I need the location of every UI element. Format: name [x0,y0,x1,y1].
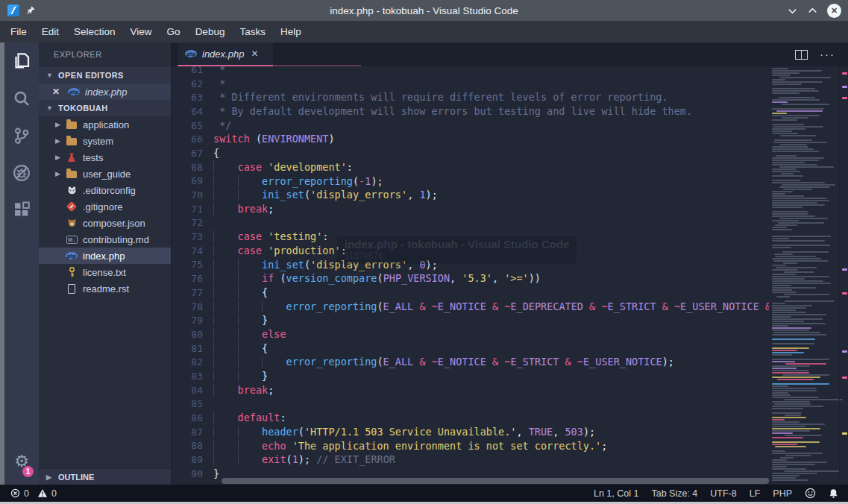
activity-extensions-icon[interactable] [4,198,39,223]
code-line: 73 case 'testing': [172,230,769,244]
menubar: FileEditSelectionViewGoDebugTasksHelp [0,21,848,42]
tree-item-index.php[interactable]: phpindex.php [39,248,171,264]
status-ln-1-col-1[interactable]: Ln 1, Col 1 [594,488,638,499]
minimap-line [772,204,825,206]
menu-debug[interactable]: Debug [188,21,233,42]
more-actions-icon[interactable]: ··· [820,51,835,58]
minimap-line [772,365,810,367]
activity-source-control-icon[interactable] [4,123,39,148]
tree-item-license.txt[interactable]: license.txt [39,264,171,280]
menu-view[interactable]: View [123,21,160,42]
status-lf[interactable]: LF [750,488,761,499]
minimap-line [772,213,808,215]
code-text: else [213,327,286,341]
code-text: ini_set('display_errors', 0); [213,258,438,272]
menu-help[interactable]: Help [273,21,309,42]
open-editor-index.php[interactable]: ✕phpindex.php [39,84,171,100]
php-icon: php [68,86,80,97]
tree-item-tests[interactable]: ▶tests [39,149,171,166]
error-icon[interactable] [10,488,20,498]
tree-item-.editorconfig[interactable]: .editorconfig [39,182,171,198]
minimap[interactable] [769,42,839,485]
code-text: * Different environments will require di… [213,90,668,104]
horizontal-scrollbar[interactable] [222,478,769,484]
minimap-line [772,368,797,369]
code-editor[interactable]: 61 *62 *63 * Different environments will… [172,42,769,485]
minimap-line [772,180,800,181]
open-editors-header[interactable]: ▼ OPEN EDITORS [39,67,171,84]
close-button[interactable]: ✕ [827,4,841,18]
tab-index-php[interactable]: php index.php ✕ [178,42,273,66]
minimap-line [772,450,785,452]
minimap-line [772,113,787,114]
tree-item-system[interactable]: ▶system [39,133,171,149]
tree-item-.gitignore[interactable]: .gitignore [39,198,171,215]
tree-item-readme.rst[interactable]: readme.rst [39,280,171,297]
minimap-line [772,312,806,313]
close-editor-icon[interactable]: ✕ [52,86,60,97]
split-editor-icon[interactable] [795,50,808,60]
tab-close-icon[interactable]: ✕ [251,48,258,59]
line-number: 85 [172,398,213,409]
tree-item-user_guide[interactable]: ▶user_guide [39,166,171,182]
menu-edit[interactable]: Edit [34,21,66,42]
code-text: * By default development will show error… [213,104,692,119]
minimap-line [778,97,815,98]
folder-icon [66,119,78,130]
tree-item-contributing.md[interactable]: M↓contributing.md [39,231,171,248]
minimap-line [772,168,797,170]
outline-section-header[interactable]: ▶ OUTLINE [39,468,171,485]
minimap-line [776,296,790,297]
status-php[interactable]: PHP [773,488,792,499]
open-editor-label: index.php [85,86,127,98]
minimap-line [772,88,815,89]
warning-icon[interactable] [37,488,48,498]
tree-item-application[interactable]: ▶application [39,116,171,133]
minimap-line [772,84,802,85]
code-text: case 'production': [213,244,347,258]
tree-item-composer.json[interactable]: composer.json [39,215,171,231]
overview-ruler [839,42,848,485]
code-line: 68 case 'development': [172,160,769,174]
line-number: 65 [172,120,213,131]
minimap-line [782,251,829,253]
code-line: 72 [172,216,769,230]
minimap-line [774,139,812,141]
error-count[interactable]: 0 [24,488,29,499]
menu-file[interactable]: File [3,21,34,42]
activity-debug-disabled-icon[interactable] [4,160,39,186]
code-line: 74 case 'production': [172,244,769,258]
feedback-smiley-icon[interactable] [805,488,816,499]
markdown-icon: M↓ [66,234,78,245]
key-icon [66,267,78,277]
code-text: error_reporting(-1); [213,174,383,189]
project-root-header[interactable]: ▼ TOKOBUAH [39,100,171,116]
line-number: 63 [172,92,213,103]
settings-gear-icon[interactable]: ⚙ [4,452,39,471]
status-utf-8[interactable]: UTF-8 [710,488,736,499]
activity-search-icon[interactable] [4,86,39,111]
status-bar: 0 0 Ln 1, Col 1Tab Size: 4UTF-8LFPHP [0,485,848,502]
code-text: case 'testing': [213,230,328,244]
minimap-line [772,330,809,331]
menu-tasks[interactable]: Tasks [232,21,273,42]
code-line: 78 error_reporting(E_ALL & ~E_NOTICE & ~… [172,300,769,314]
code-text: case 'development': [213,160,353,174]
minimize-button[interactable] [787,5,798,16]
minimap-line [772,193,785,195]
menu-selection[interactable]: Selection [66,21,123,42]
maximize-button[interactable] [807,5,818,16]
code-text: } [213,467,219,481]
activity-explorer-icon[interactable] [4,48,39,74]
menu-go[interactable]: Go [160,21,188,42]
warning-count[interactable]: 0 [51,488,57,499]
status-tab-size-4[interactable]: Tab Size: 4 [651,488,697,499]
bell-icon[interactable] [829,488,838,499]
minimap-line [772,90,819,92]
minimap-line [772,417,806,418]
ruler-decoration [842,432,847,435]
minimap-line [772,305,812,306]
line-number: 69 [172,175,213,186]
minimap-line [772,115,820,116]
code-line: 75 ini_set('display_errors', 0); [172,258,769,272]
